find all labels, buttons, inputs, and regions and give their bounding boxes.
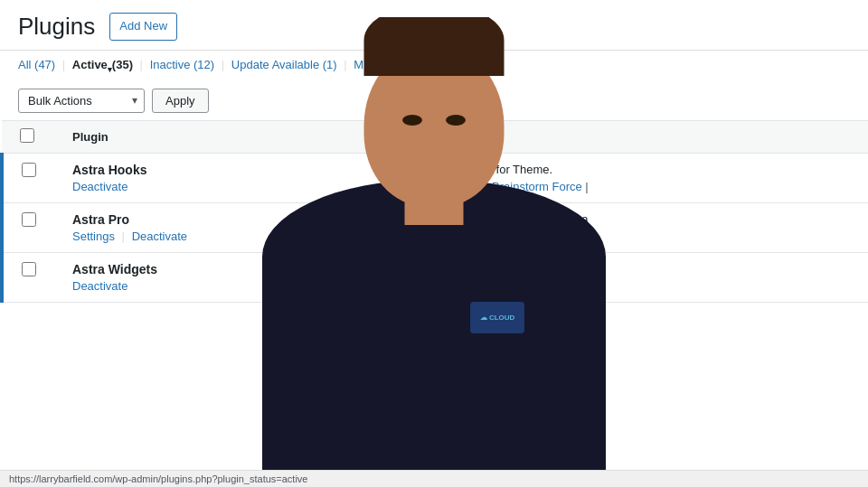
plugin-info-cell: Astra Widgets Deactivate xyxy=(54,252,379,302)
status-url: https://larrybarfield.com/wp-admin/plugi… xyxy=(9,473,307,484)
bulk-actions-select[interactable]: Bulk Actions Activate Deactivate Delete … xyxy=(18,89,145,113)
plugin-description-cell: This plugin is an add-on for the Astra V… xyxy=(379,202,868,252)
plugin-description-cell: Customizer Hooks for Theme. Version 1.0.… xyxy=(379,153,868,202)
shirt-logo: ☁ CLOUD xyxy=(470,302,524,333)
description-col-header: Description xyxy=(379,120,868,153)
toolbar: Bulk Actions Activate Deactivate Delete … xyxy=(0,81,868,120)
plugin-actions: Settings | Deactivate xyxy=(72,229,361,243)
bulk-actions-wrapper: Bulk Actions Activate Deactivate Delete … xyxy=(18,89,145,113)
filter-bar: All (47) | Active▾(35) | Inactive (12) |… xyxy=(0,51,868,81)
deactivate-link[interactable]: Deactivate xyxy=(72,279,127,293)
plugin-info-cell: Astra Hooks Deactivate xyxy=(54,153,379,202)
filter-inactive[interactable]: Inactive (12) xyxy=(150,58,215,71)
row-checkbox-cell xyxy=(2,202,54,252)
plugin-info-cell: Astra Pro Settings | Deactivate xyxy=(54,202,379,252)
page-title: Plugins xyxy=(18,13,95,41)
table-row: Astra Widgets Deactivate astest Way to A… xyxy=(2,252,868,302)
row-checkbox-cell xyxy=(2,153,54,202)
table-row: Astra Pro Settings | Deactivate This plu… xyxy=(2,202,868,252)
deactivate-link[interactable]: Deactivate xyxy=(72,180,127,193)
plugin-actions: Deactivate xyxy=(72,180,361,193)
author-link[interactable]: Brainstorm Force xyxy=(492,180,582,193)
plugin-checkbox[interactable] xyxy=(22,163,36,177)
row-checkbox-cell xyxy=(2,252,54,302)
version-info: Version 1.0.2 | By Brainstorm Force | xyxy=(397,180,850,193)
filter-all[interactable]: All (47) xyxy=(18,58,55,71)
wp-admin-page: Plugins Add New All (47) | Active▾(35) |… xyxy=(0,0,868,487)
author-link[interactable]: Brainstorm Force xyxy=(492,229,582,243)
plugins-table-container: Plugin Description Astra Hooks Deactivat… xyxy=(0,120,868,303)
deactivate-link[interactable]: Deactivate xyxy=(132,229,187,243)
apply-button[interactable]: Apply xyxy=(152,89,209,113)
plugin-checkbox[interactable] xyxy=(22,212,36,227)
filter-must-use[interactable]: Must-Use (1) xyxy=(354,58,421,71)
filter-active[interactable]: Active▾(35) xyxy=(72,58,133,71)
author-link[interactable]: Brainstorm Force xyxy=(459,279,550,293)
status-bar: https://larrybarfield.com/wp-admin/plugi… xyxy=(0,470,868,487)
plugin-description: This plugin is an add-on for the Astra xyxy=(397,212,589,226)
add-new-button[interactable]: Add New xyxy=(109,13,177,41)
plugin-actions: Deactivate xyxy=(72,279,361,293)
settings-link[interactable]: Settings xyxy=(72,229,115,243)
plugin-description: Customizer Hooks for Theme. xyxy=(397,163,552,176)
plugin-name: Astra Pro xyxy=(72,212,361,227)
plugin-name: Astra Hooks xyxy=(72,163,361,177)
page-header: Plugins Add New xyxy=(0,0,868,51)
plugin-description: astest Way to Add More Widget xyxy=(397,262,561,276)
version-info: Version 2.3.2 | By Brainstorm Force | xyxy=(397,229,850,243)
plugin-col-header: Plugin xyxy=(54,120,379,153)
plugins-table: Plugin Description Astra Hooks Deactivat… xyxy=(0,120,868,303)
plugin-checkbox[interactable] xyxy=(22,262,36,276)
filter-update-available[interactable]: Update Available (1) xyxy=(231,58,337,71)
plugin-description-cell: astest Way to Add More Widget n 1.2.3 | … xyxy=(379,252,868,302)
select-all-checkbox[interactable] xyxy=(20,128,34,143)
version-info: n 1.2.3 | By Brainstorm Force | xyxy=(397,279,850,293)
plugin-name: Astra Widgets xyxy=(72,262,361,276)
select-all-header xyxy=(2,120,54,153)
table-row: Astra Hooks Deactivate Customizer Hooks … xyxy=(2,153,868,202)
